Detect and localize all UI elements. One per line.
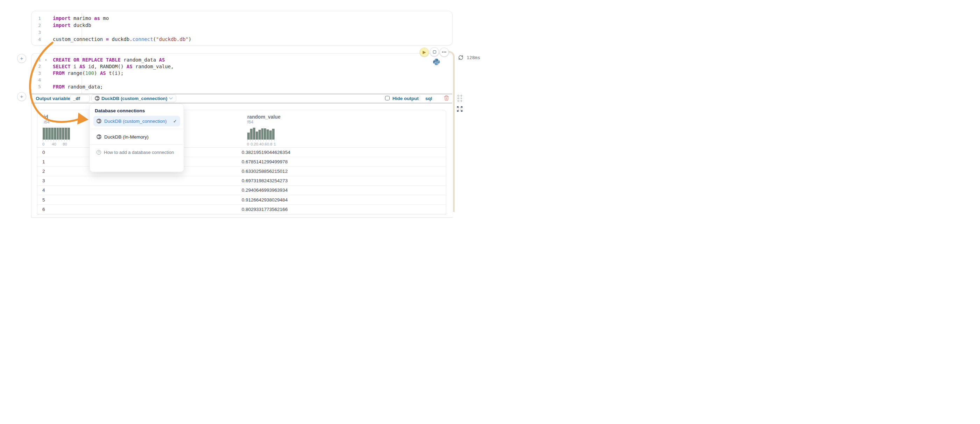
play-icon: ▶ (423, 50, 426, 54)
hide-output-label[interactable]: Hide output (393, 96, 418, 101)
line-number: 3 (32, 71, 50, 76)
menu-item-label: How to add a database connection (104, 150, 174, 155)
histogram-id: 04080 (43, 128, 70, 146)
code-line: FROM random_data; (50, 84, 103, 89)
duckdb-icon (97, 119, 102, 123)
cell-random-value: 0.6973198243254273 (242, 178, 288, 183)
duckdb-icon (95, 96, 100, 101)
line-number: 1∨ (32, 57, 50, 62)
duckdb-icon (97, 134, 102, 139)
line-number: 4 (32, 77, 50, 83)
chevron-down-icon (169, 97, 173, 100)
python-code-cell: 1import marimo as mo2import duckdb34cust… (31, 11, 453, 45)
code-line: import duckdb (50, 22, 91, 28)
column-dtype-id: i64 (44, 120, 50, 124)
table-row[interactable]: 40.2940646993963934 (37, 186, 446, 195)
code-line: FROM range(100) AS t(i); (50, 70, 124, 76)
code-line: SELECT i AS id, RANDOM() AS random_value… (50, 64, 174, 69)
runtime-duration: 128ms (466, 55, 480, 60)
add-cell-button-bottom[interactable]: + (17, 92, 26, 101)
cell-random-value: 0.6330258856215012 (242, 169, 288, 174)
cell-id: 5 (37, 197, 242, 202)
run-cell-button[interactable]: ▶ (420, 48, 429, 57)
stop-icon (433, 50, 436, 54)
table-row[interactable]: 50.9126642938029484 (37, 195, 446, 205)
check-icon: ✓ (173, 119, 177, 124)
ellipsis-icon: ••• (442, 51, 447, 54)
stop-cell-button[interactable] (430, 47, 439, 56)
code-line: custom_connection = duckdb.connect("duck… (50, 37, 191, 42)
cell-id: 3 (37, 178, 242, 183)
menu-item-3[interactable]: ?How to add a database connection (93, 147, 180, 157)
refresh-icon[interactable] (458, 54, 464, 61)
sql-cell-stale-border (444, 51, 455, 212)
menu-item-label: DuckDB (custom_connection) (104, 119, 167, 124)
sql-code-editor[interactable]: 1∨CREATE OR REPLACE TABLE random_data AS… (32, 56, 453, 90)
line-number: 4 (32, 37, 50, 42)
column-header-id[interactable]: id (44, 114, 50, 120)
table-row[interactable]: 30.6973198243254273 (37, 176, 446, 186)
line-number: 5 (32, 84, 50, 89)
cell-random-value: 0.6785141299499978 (242, 159, 288, 164)
cell-id: 4 (37, 188, 242, 193)
help-icon: ? (97, 150, 101, 155)
histogram-random-value: 00.20.40.60.81 (247, 128, 275, 146)
add-cell-button-top[interactable]: + (17, 54, 26, 63)
cell-random-value: 0.9126642938029484 (242, 197, 288, 202)
delete-cell-trash-icon[interactable] (444, 95, 449, 101)
cell-id: 6 (37, 207, 242, 212)
language-toggle-sql[interactable]: sql (425, 96, 432, 101)
database-connections-menu: Database connections DuckDB (custom_conn… (89, 104, 184, 172)
connection-button-label: DuckDB (custom_connection) (102, 96, 167, 101)
menu-item-label: DuckDB (In-Memory) (104, 134, 149, 140)
cell-menu-button[interactable]: ••• (440, 48, 449, 57)
table-row[interactable]: 60.8029331773562166 (37, 205, 446, 212)
expand-output-icon[interactable] (457, 106, 463, 112)
output-variable-label: Output variable: (36, 96, 72, 101)
cell-random-value: 0.2940646993963934 (242, 188, 288, 193)
cell-drag-handle[interactable] (458, 95, 462, 102)
code-line: CREATE OR REPLACE TABLE random_data AS (50, 57, 165, 63)
line-number: 2 (32, 64, 50, 69)
output-variable-input[interactable] (70, 95, 90, 102)
python-code-editor[interactable]: 1import marimo as mo2import duckdb34cust… (32, 15, 452, 43)
menu-title: Database connections (95, 107, 179, 116)
cell-random-value: 0.38219519044626354 (242, 150, 290, 155)
footer-divider (420, 96, 420, 101)
code-line: import marimo as mo (50, 15, 109, 21)
menu-item-2[interactable]: DuckDB (In-Memory) (93, 132, 180, 142)
line-number: 2 (32, 23, 50, 28)
cell-runtime: 128ms (458, 54, 480, 61)
python-icon (433, 58, 440, 67)
fold-chevron-icon[interactable]: ∨ (45, 58, 47, 62)
connection-dropdown-button[interactable]: DuckDB (custom_connection) (91, 94, 176, 102)
menu-item-1[interactable]: DuckDB (custom_connection)✓ (93, 116, 180, 126)
hide-output-checkbox[interactable] (385, 96, 390, 100)
line-number: 3 (32, 30, 50, 35)
cell-random-value: 0.8029331773562166 (242, 207, 288, 212)
column-dtype-random-value: f64 (247, 120, 280, 124)
column-header-random-value[interactable]: random_value (247, 114, 280, 120)
line-number: 1 (32, 16, 50, 21)
